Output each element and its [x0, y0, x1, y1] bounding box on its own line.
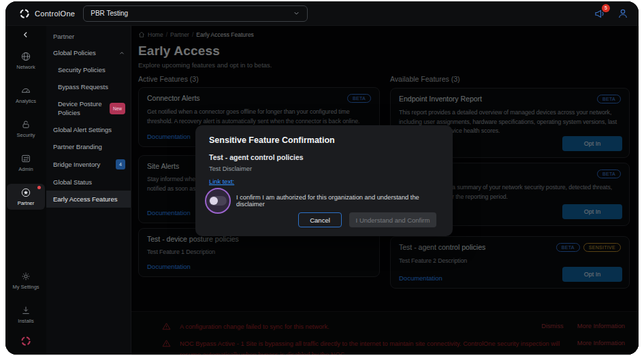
count-badge: 4 — [116, 159, 125, 169]
announcements-button[interactable]: 5 — [594, 7, 606, 20]
sidebar-item-bypass-requests[interactable]: Bypass Requests — [46, 78, 131, 95]
cancel-button[interactable]: Cancel — [298, 212, 342, 227]
rail-item-label: Installs — [18, 318, 33, 324]
modal-disclaimer: Test Disclaimer — [209, 165, 439, 172]
sidebar-item-label: Early Access Features — [53, 195, 118, 204]
sidebar-item-early-access-features[interactable]: Early Access Features — [46, 191, 131, 208]
authorization-toggle-row: I confirm I am authorized for this organ… — [209, 194, 439, 208]
account-button[interactable] — [617, 7, 629, 20]
org-selector-value: PBR Testing — [91, 10, 128, 17]
chevron-down-icon — [293, 10, 300, 17]
disclaimer-link[interactable]: Link text: — [209, 178, 234, 185]
partner-star-icon — [20, 187, 31, 198]
rail-item-label: Network — [16, 64, 35, 70]
rail-item-security[interactable]: Security — [7, 116, 45, 142]
sidebar-item-global-alert-settings[interactable]: Global Alert Settings — [46, 121, 131, 138]
authorization-toggle[interactable] — [209, 196, 227, 206]
topbar-actions: 5 — [594, 7, 629, 20]
rail-item-my-settings[interactable]: My Settings — [7, 268, 45, 293]
user-icon — [617, 7, 629, 20]
modal-feature-name: Test - agent control policies — [209, 153, 439, 161]
toggle-knob — [210, 197, 218, 205]
collapse-sidebar-button[interactable] — [21, 30, 31, 39]
sidebar-item-global-status[interactable]: Global Status — [46, 174, 131, 191]
rail-item-label: Partner — [18, 200, 35, 206]
brand: ControlOne — [19, 8, 75, 19]
sidebar-item-label: Global Status — [53, 178, 92, 187]
sidebar-title: Partner — [46, 26, 131, 44]
new-badge: New — [110, 103, 125, 114]
sidebar-item-partner-branding[interactable]: Partner Branding — [46, 138, 131, 155]
chevron-up-icon — [118, 50, 125, 56]
download-icon — [20, 305, 31, 316]
globe-icon — [20, 51, 31, 62]
alert-dot — [37, 186, 41, 189]
sidebar-item-security-policies[interactable]: Security Policies — [46, 61, 131, 78]
org-selector[interactable]: PBR Testing — [83, 5, 308, 22]
modal-title: Sensitive Feature Confirmation — [209, 135, 439, 145]
partner-sidebar: Partner Global Policies Security Policie… — [46, 26, 131, 355]
rail-item-admin[interactable]: Admin — [7, 150, 45, 176]
sidebar-item-label: Device Posture Policies — [58, 99, 107, 117]
sidebar-item-label: Bridge Inventory — [53, 160, 100, 169]
gauge-icon — [20, 85, 31, 96]
lock-icon — [20, 119, 31, 130]
gear-icon — [20, 271, 31, 282]
controlone-logo-icon — [19, 8, 30, 19]
rail-item-label: My Settings — [12, 284, 39, 290]
rail-item-label: Admin — [18, 166, 33, 172]
click-highlight-halo — [205, 188, 231, 214]
sidebar-item-label: Bypass Requests — [58, 82, 108, 91]
footer-logo-icon — [20, 336, 31, 346]
icon-rail: Network Analytics Security Admin Partner… — [5, 26, 46, 355]
settings-card-icon — [20, 153, 31, 164]
sensitive-feature-confirmation-modal: Sensitive Feature Confirmation Test - ag… — [195, 125, 453, 236]
confirm-button[interactable]: I Understand and Confirm — [349, 212, 436, 227]
sidebar-item-device-posture-policies[interactable]: Device Posture Policies New — [46, 95, 131, 121]
chevron-left-icon — [21, 30, 31, 39]
sidebar-item-label: Security Policies — [58, 65, 106, 74]
sidebar-item-bridge-inventory[interactable]: Bridge Inventory 4 — [46, 155, 131, 174]
rail-item-label: Analytics — [16, 98, 36, 104]
rail-item-label: Security — [16, 132, 35, 138]
rail-item-analytics[interactable]: Analytics — [7, 82, 45, 108]
toggle-label: I confirm I am authorized for this organ… — [236, 194, 439, 208]
top-bar: ControlOne PBR Testing 5 — [5, 1, 639, 26]
sidebar-item-label: Global Policies — [53, 48, 96, 57]
notification-badge: 5 — [602, 4, 610, 12]
rail-item-installs[interactable]: Installs — [7, 302, 45, 327]
brand-name: ControlOne — [35, 10, 75, 18]
sidebar-item-label: Global Alert Settings — [53, 125, 112, 134]
rail-item-network[interactable]: Network — [7, 48, 45, 74]
modal-buttons: Cancel I Understand and Confirm — [298, 212, 436, 227]
rail-item-partner[interactable]: Partner — [7, 184, 45, 210]
app-window: ControlOne PBR Testing 5 Network — [5, 1, 639, 355]
sidebar-item-label: Partner Branding — [53, 142, 102, 151]
main-content: Home / Partner / Early Access Features E… — [131, 26, 639, 355]
sidebar-item-global-policies[interactable]: Global Policies — [46, 44, 131, 61]
